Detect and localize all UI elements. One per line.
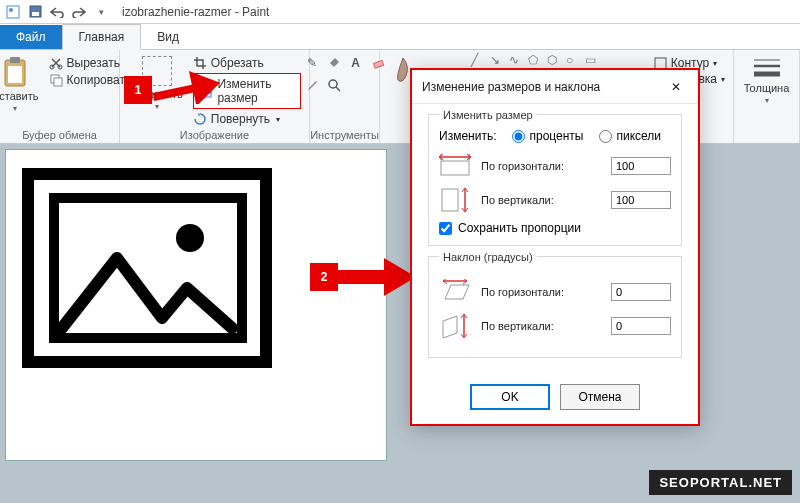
radio-pixels[interactable]: пиксели [599, 129, 661, 143]
chevron-down-icon: ▾ [13, 104, 17, 113]
callout-2: 2 [310, 263, 338, 291]
svg-rect-10 [54, 78, 62, 86]
resize-dialog: Изменение размеров и наклона ✕ Изменить … [410, 68, 700, 426]
skew-vertical-label: По вертикали: [481, 320, 601, 332]
canvas[interactable] [6, 150, 386, 460]
group-label-image: Изображение [180, 129, 249, 141]
rotate-button[interactable]: Повернуть▾ [193, 112, 301, 126]
quick-access-toolbar: ▾ izobrazhenie-razmer - Paint [0, 0, 800, 24]
horizontal-input[interactable] [611, 157, 671, 175]
app-icon [6, 5, 20, 19]
horizontal-label: По горизонтали: [481, 160, 601, 172]
skew-horizontal-input[interactable] [611, 283, 671, 301]
tools-palette[interactable]: ✎ A [303, 54, 387, 94]
crop-icon [193, 56, 207, 70]
group-label-tools: Инструменты [310, 129, 379, 141]
save-icon[interactable] [28, 5, 42, 19]
svg-point-14 [329, 80, 337, 88]
ok-button[interactable]: OK [470, 384, 550, 410]
chevron-down-icon: ▾ [155, 102, 159, 111]
svg-rect-16 [655, 58, 666, 69]
svg-rect-3 [32, 12, 39, 16]
svg-rect-25 [442, 189, 458, 211]
clipboard-icon [1, 56, 29, 88]
horizontal-resize-icon [439, 153, 471, 179]
svg-rect-24 [441, 161, 469, 175]
crop-button[interactable]: Обрезать [193, 56, 301, 70]
skew-vertical-input[interactable] [611, 317, 671, 335]
resize-fieldset: Изменить размер Изменить: проценты пиксе… [428, 114, 682, 246]
pencil-icon[interactable]: ✎ [303, 54, 321, 72]
window-title: izobrazhenie-razmer - Paint [122, 5, 269, 19]
svg-rect-6 [8, 66, 22, 83]
cancel-button[interactable]: Отмена [560, 384, 640, 410]
scissors-icon [49, 56, 63, 70]
keep-aspect-checkbox[interactable]: Сохранить пропорции [439, 221, 671, 235]
svg-point-23 [176, 224, 204, 252]
undo-icon[interactable] [50, 5, 64, 19]
watermark: SEOPORTAL.NET [649, 470, 792, 495]
tab-view[interactable]: Вид [141, 25, 195, 49]
thickness-button[interactable]: Толщина ▾ [740, 54, 794, 107]
svg-point-1 [9, 8, 13, 12]
close-button[interactable]: ✕ [664, 75, 688, 99]
group-tools: ✎ A Инструменты [310, 50, 380, 143]
paste-button[interactable]: Вставить ▾ [0, 54, 43, 115]
text-icon[interactable]: A [347, 54, 365, 72]
cut-button[interactable]: Вырезать [49, 56, 132, 70]
callout-1: 1 [124, 76, 152, 104]
close-icon: ✕ [671, 80, 681, 94]
thickness-icon [752, 56, 782, 80]
tab-file[interactable]: Файл [0, 25, 62, 49]
by-label: Изменить: [439, 129, 496, 143]
magnifier-icon[interactable] [325, 76, 343, 94]
qat-dropdown-icon[interactable]: ▾ [94, 5, 108, 19]
skew-legend: Наклон (градусы) [439, 251, 537, 263]
resize-legend: Изменить размер [439, 109, 537, 121]
bucket-icon[interactable] [325, 54, 343, 72]
resize-button[interactable]: Изменить размер [193, 73, 301, 109]
ribbon-tabs: Файл Главная Вид [0, 24, 800, 50]
svg-rect-5 [10, 57, 20, 63]
copy-button[interactable]: Копировать [49, 73, 132, 87]
skew-horizontal-label: По горизонтали: [481, 286, 601, 298]
svg-line-15 [336, 87, 340, 91]
tab-home[interactable]: Главная [62, 24, 142, 50]
group-thickness: Толщина ▾ [734, 50, 800, 143]
dialog-title: Изменение размеров и наклона [422, 80, 600, 94]
radio-percent[interactable]: проценты [512, 129, 583, 143]
skew-fieldset: Наклон (градусы) По горизонтали: По верт… [428, 256, 682, 358]
dialog-titlebar: Изменение размеров и наклона ✕ [412, 70, 698, 104]
group-label-clipboard: Буфер обмена [22, 129, 97, 141]
vertical-resize-icon [439, 187, 471, 213]
vertical-label: По вертикали: [481, 194, 601, 206]
copy-icon [49, 73, 63, 87]
resize-icon [202, 84, 213, 98]
rotate-icon [193, 112, 207, 126]
vertical-input[interactable] [611, 191, 671, 209]
image-placeholder-icon [22, 168, 272, 368]
horizontal-skew-icon [439, 279, 471, 305]
vertical-skew-icon [439, 313, 471, 339]
eyedropper-icon[interactable] [303, 76, 321, 94]
group-clipboard: Вставить ▾ Вырезать Копировать Буфер обм… [0, 50, 120, 143]
redo-icon[interactable] [72, 5, 86, 19]
svg-rect-0 [7, 6, 19, 18]
